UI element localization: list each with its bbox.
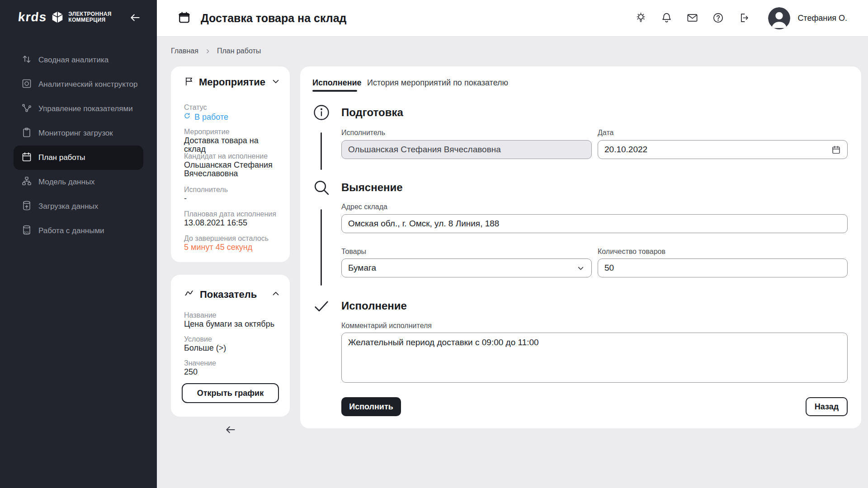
clipboard-icon [21, 127, 32, 140]
check-icon [312, 297, 330, 315]
status-badge: В работе [183, 112, 228, 122]
executor-input[interactable] [341, 140, 592, 159]
app-root: krds ЭЛЕКТРОННАЯ КОММЕРЦИЯ Сводная анали… [0, 0, 868, 488]
executor-comment-textarea[interactable]: Желательный период доставки с 09:00 до 1… [341, 333, 848, 383]
cube-icon [51, 10, 64, 24]
flag-icon [184, 76, 194, 88]
event-label: Мероприятие [184, 128, 230, 136]
sidebar-item-label: Мониторинг загрузок [38, 129, 113, 138]
sidebar: krds ЭЛЕКТРОННАЯ КОММЕРЦИЯ Сводная анали… [0, 0, 157, 488]
indicator-card-header: Показатель [184, 288, 281, 301]
sidebar-item-indicator-management[interactable]: Управление показателями [14, 97, 143, 121]
executor-field-label: Исполнитель [341, 129, 385, 137]
chevron-right-icon [205, 48, 211, 54]
sidebar-item-data-upload[interactable]: Загрузка данных [14, 194, 143, 219]
event-card-title: Мероприятие [199, 76, 265, 88]
database-sql-icon: SQL [21, 225, 32, 238]
breadcrumb-home[interactable]: Главная [171, 47, 198, 55]
sidebar-item-label: Сводная аналитика [38, 56, 108, 65]
ideas-button[interactable] [634, 12, 647, 24]
logo-brand-text: krds [17, 10, 47, 24]
sidebar-item-label: Модель данных [38, 178, 95, 187]
arrow-left-icon [225, 430, 236, 437]
sidebar-item-data-work[interactable]: SQL Работа с данными [14, 219, 143, 243]
status-label: Статус [184, 103, 207, 112]
page-title: Доставка товара на склад [201, 12, 346, 25]
logo-caption-line2: КОММЕРЦИЯ [68, 17, 112, 23]
arrow-left-icon [129, 18, 141, 25]
sidebar-item-work-plan[interactable]: План работы [14, 145, 143, 170]
frame-circle-icon [21, 78, 32, 91]
indicator-card-title: Показатель [200, 289, 257, 300]
back-button[interactable]: Назад [806, 397, 848, 416]
back-arrow-button[interactable] [224, 424, 237, 436]
candidate-value: Ольшанская Стефания Вячеславовна [184, 161, 278, 178]
condition-value: Больше (>) [184, 344, 278, 352]
mail-button[interactable] [686, 12, 698, 24]
section-title-execution: Исполнение [341, 300, 407, 312]
date-input[interactable]: 20.10.2022 [598, 140, 848, 159]
sidebar-item-summary-analytics[interactable]: Сводная аналитика [14, 48, 143, 72]
remaining-label: До завершения осталось [184, 235, 269, 243]
condition-label: Условие [184, 335, 212, 343]
hierarchy-icon [21, 176, 32, 189]
chevron-down-icon [576, 264, 585, 272]
planned-date-value: 13.08.2021 16:55 [184, 219, 278, 227]
tab-history[interactable]: История мероприятий по показателю [367, 78, 508, 88]
indicator-card: Показатель Название Цена бумаги за октяб… [171, 275, 290, 417]
logo-caption: ЭЛЕКТРОННАЯ КОММЕРЦИЯ [68, 11, 112, 23]
topbar-actions [634, 12, 750, 24]
sidebar-collapse-button[interactable] [129, 12, 142, 24]
remaining-value: 5 минут 45 секунд [184, 243, 278, 252]
question-icon [712, 19, 724, 25]
sidebar-item-analytic-constructor[interactable]: Аналитический конструктор [14, 72, 143, 97]
executor-comment-label: Комментарий исполнителя [341, 322, 432, 330]
value-label: Значение [184, 359, 216, 367]
sidebar-item-data-model[interactable]: Модель данных [14, 170, 143, 194]
svg-text:SQL: SQL [24, 231, 29, 235]
date-field-label: Дата [598, 129, 613, 137]
nodes-icon [21, 103, 32, 116]
active-tab-underline [312, 90, 357, 92]
avatar[interactable] [768, 7, 790, 29]
event-card: Мероприятие Статус В работе Мероприятие … [171, 66, 290, 262]
refresh-icon [183, 112, 191, 122]
warehouse-address-input[interactable] [341, 214, 848, 233]
chevron-up-icon[interactable] [271, 289, 281, 300]
value-number: 250 [184, 368, 278, 376]
status-value: В работе [194, 113, 228, 122]
candidate-label: Кандидат на исполнение [184, 152, 268, 160]
help-button[interactable] [712, 12, 724, 24]
date-picker-icon[interactable] [831, 145, 841, 155]
search-icon [312, 178, 330, 197]
arrows-up-down-icon [21, 54, 32, 67]
info-circle-icon [312, 103, 330, 122]
chevron-down-icon[interactable] [271, 76, 281, 88]
calendar-icon [21, 151, 32, 164]
event-card-header: Мероприятие [184, 76, 281, 88]
goods-label: Товары [341, 248, 366, 256]
event-value: Доставка товара на склад [184, 136, 278, 154]
warehouse-address-label: Адрес склада [341, 203, 387, 211]
date-value: 20.10.2022 [604, 145, 647, 155]
sidebar-item-load-monitoring[interactable]: Мониторинг загрузок [14, 121, 143, 145]
notifications-button[interactable] [660, 12, 673, 24]
sidebar-item-label: Работа с данными [38, 226, 104, 235]
executor-value: - [184, 194, 278, 203]
indicator-name-label: Название [184, 311, 217, 319]
topbar: Доставка товара на склад Стефания О. [157, 0, 868, 37]
sidebar-item-label: Аналитический конструктор [38, 80, 138, 89]
executor-label: Исполнитель [184, 186, 228, 194]
open-chart-button[interactable]: Открыть график [182, 383, 279, 403]
execute-button[interactable]: Исполнить [341, 397, 401, 416]
section-title-clarification: Выяснение [341, 181, 403, 194]
goods-select[interactable]: Бумага [341, 258, 592, 277]
mail-icon [686, 19, 698, 25]
logout-button[interactable] [737, 12, 750, 24]
sidebar-nav: Сводная аналитика Аналитический конструк… [14, 48, 143, 243]
lightbulb-icon [635, 19, 647, 25]
tab-execution[interactable]: Исполнение [312, 78, 362, 88]
sidebar-item-label: План работы [38, 153, 85, 162]
goods-quantity-input[interactable] [598, 258, 848, 277]
user-name[interactable]: Стефания О. [797, 14, 847, 23]
